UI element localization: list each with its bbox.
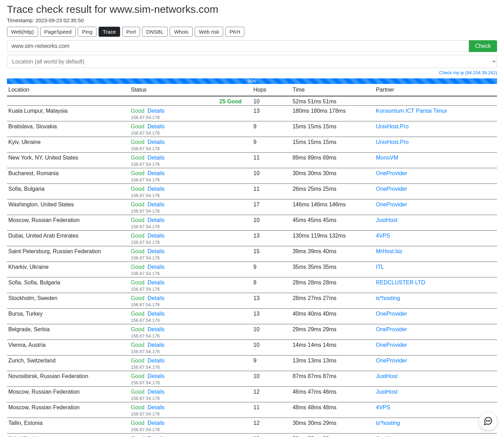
cell-location: Kyiv, Ukraine xyxy=(7,434,129,437)
check-my-ip-link[interactable]: Check my ip (94.154.39.242) xyxy=(439,70,497,75)
partner-link[interactable]: 4VPS xyxy=(376,233,390,239)
details-link[interactable]: Details xyxy=(148,389,165,395)
partner-link[interactable]: UnixHost.Pro xyxy=(376,139,409,145)
location-select[interactable]: Location (all world by default) xyxy=(7,55,497,68)
cell-status: Good Details156.67.54.176 xyxy=(129,293,252,309)
page-title: Trace check result for www.sim-networks.… xyxy=(7,3,497,15)
partner-link[interactable]: is*hosting xyxy=(376,420,400,426)
tab-ping[interactable]: Ping xyxy=(78,27,96,37)
table-row: Kyiv, UkraineGood Details156.67.54.17691… xyxy=(7,137,497,153)
details-link[interactable]: Details xyxy=(148,326,165,332)
cell-hops: 13 xyxy=(252,231,291,246)
details-link[interactable]: Details xyxy=(148,108,165,114)
table-row: Tallin, EstoniaGood Details156.67.54.176… xyxy=(7,418,497,434)
tab-pkh[interactable]: PKH xyxy=(225,27,244,37)
cell-time: 26ms 25ms 25ms xyxy=(291,184,375,199)
chat-button[interactable] xyxy=(479,412,497,430)
status-good: Good xyxy=(131,139,144,145)
ip-text: 156.67.54.176 xyxy=(131,193,160,198)
status-good: Good xyxy=(131,358,144,363)
cell-partner: JustHost xyxy=(375,371,497,387)
partner-link[interactable]: OneProvider xyxy=(376,358,407,363)
cell-location: Kuala Lumpur, Malaysia xyxy=(7,106,129,121)
cell-partner: JustHost xyxy=(375,434,497,437)
summary-status: 25 Good xyxy=(7,96,252,106)
partner-link[interactable]: OneProvider xyxy=(376,342,407,348)
tab-dnsbl[interactable]: DNSBL xyxy=(142,27,168,37)
details-link[interactable]: Details xyxy=(148,248,165,254)
partner-link[interactable]: JustHost xyxy=(376,217,397,223)
cell-location: Saint Petersburg, Russian Federation xyxy=(7,246,129,262)
ip-text: 156.67.54.176 xyxy=(131,380,160,385)
partner-link[interactable]: OneProvider xyxy=(376,170,407,176)
table-row: Kharkiv, UkraineGood Details156.67.54.17… xyxy=(7,262,497,277)
partner-link[interactable]: UnixHost.Pro xyxy=(376,123,409,129)
partner-link[interactable]: MrHost.biz xyxy=(376,248,402,254)
partner-link[interactable]: JustHost xyxy=(376,373,397,379)
details-link[interactable]: Details xyxy=(148,186,165,192)
partner-link[interactable]: OneProvider xyxy=(376,202,407,207)
table-row: Stockholm, SwedenGood Details156.67.54.1… xyxy=(7,293,497,309)
cell-time: 45ms 45ms 45ms xyxy=(291,215,375,231)
cell-location: Zurich, Switzerland xyxy=(7,355,129,371)
tab-trace[interactable]: Trace xyxy=(99,27,120,37)
partner-link[interactable]: MonoVM xyxy=(376,155,398,161)
check-button[interactable]: Check xyxy=(469,40,497,52)
table-row: Novosibirsk, Russian FederationGood Deta… xyxy=(7,371,497,387)
cell-status: Good Details156.67.54.176 xyxy=(129,246,252,262)
partner-link[interactable]: JustHost xyxy=(376,389,397,395)
cell-time: 89ms 89ms 89ms xyxy=(291,153,375,168)
details-link[interactable]: Details xyxy=(148,358,165,363)
cell-status: Good Details156.67.54.176 xyxy=(129,153,252,168)
table-row: Moscow, Russian FederationGood Details15… xyxy=(7,215,497,231)
status-good: Good xyxy=(131,436,144,437)
details-link[interactable]: Details xyxy=(148,170,165,176)
partner-link[interactable]: REDCLUSTER LTD xyxy=(376,280,425,285)
details-link[interactable]: Details xyxy=(148,311,165,317)
details-link[interactable]: Details xyxy=(148,342,165,348)
tab-web-http-[interactable]: Web(http) xyxy=(7,27,38,37)
cell-time: 35ms 35ms 35ms xyxy=(291,262,375,277)
cell-partner: OneProvider xyxy=(375,355,497,371)
status-good: Good xyxy=(131,373,144,379)
tab-whois[interactable]: Whois xyxy=(170,27,193,37)
details-link[interactable]: Details xyxy=(148,155,165,161)
partner-link[interactable]: OneProvider xyxy=(376,326,407,332)
details-link[interactable]: Details xyxy=(148,139,165,145)
details-link[interactable]: Details xyxy=(148,202,165,207)
cell-partner: UnixHost.Pro xyxy=(375,121,497,137)
cell-location: Stockholm, Sweden xyxy=(7,293,129,309)
domain-input[interactable] xyxy=(7,40,469,52)
details-link[interactable]: Details xyxy=(148,404,165,410)
status-good: Good xyxy=(131,217,144,223)
details-link[interactable]: Details xyxy=(148,123,165,129)
details-link[interactable]: Details xyxy=(148,420,165,426)
partner-link[interactable]: OneProvider xyxy=(376,186,407,192)
tab-port[interactable]: Port xyxy=(122,27,140,37)
partner-link[interactable]: JustHost xyxy=(376,436,397,437)
details-link[interactable]: Details xyxy=(148,264,165,270)
tab-web-risk[interactable]: Web risk xyxy=(195,27,223,37)
cell-location: Sofia, Bulgaria xyxy=(7,184,129,199)
partner-link[interactable]: is*hosting xyxy=(376,295,400,301)
partner-link[interactable]: ITL xyxy=(376,264,384,270)
status-good: Good xyxy=(131,123,144,129)
partner-link[interactable]: OneProvider xyxy=(376,311,407,317)
details-link[interactable]: Details xyxy=(148,217,165,223)
cell-location: Moscow, Russian Federation xyxy=(7,387,129,402)
details-link[interactable]: Details xyxy=(148,373,165,379)
details-link[interactable]: Details xyxy=(148,280,165,285)
tab-pagespeed[interactable]: PageSpeed xyxy=(40,27,76,37)
table-row: Dubai, United Arab EmiratesGood Details1… xyxy=(7,231,497,246)
partner-link[interactable]: Konsortium ICT Pantai Timur xyxy=(376,108,447,114)
cell-status: Good Details156.67.54.176 xyxy=(129,137,252,153)
details-link[interactable]: Details xyxy=(148,233,165,239)
cell-partner: OneProvider xyxy=(375,199,497,215)
cell-time: 28ms 28ms 28ms xyxy=(291,434,375,437)
details-link[interactable]: Details xyxy=(148,436,165,437)
partner-link[interactable]: 4VPS xyxy=(376,404,390,410)
ip-text: 156.67.54.176 xyxy=(131,365,160,370)
cell-hops: 8 xyxy=(252,277,291,293)
cell-hops: 10 xyxy=(252,340,291,355)
details-link[interactable]: Details xyxy=(148,295,165,301)
